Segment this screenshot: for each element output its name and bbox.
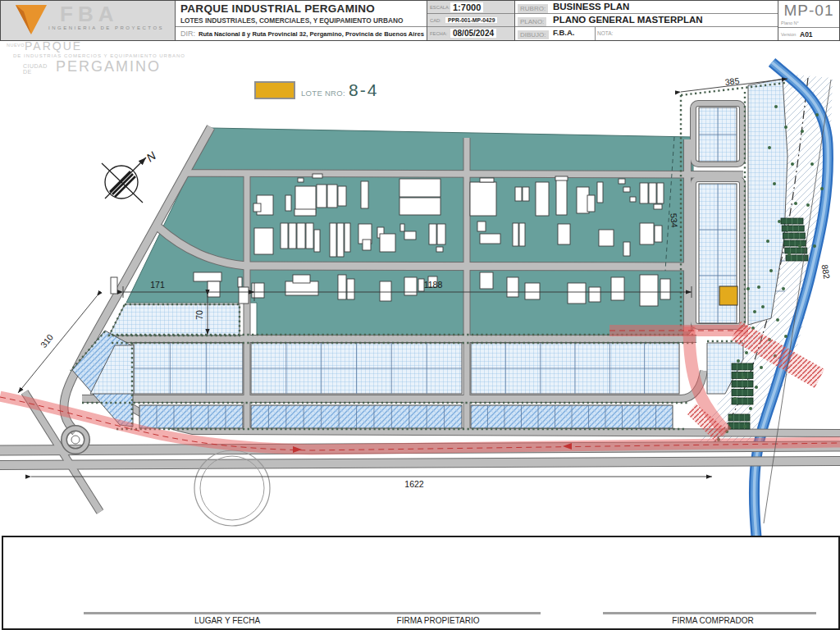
building-footprint bbox=[437, 224, 445, 244]
building-footprint bbox=[558, 224, 570, 244]
building-footprint bbox=[404, 231, 416, 240]
building-footprint bbox=[293, 275, 310, 283]
building-footprint bbox=[254, 228, 273, 254]
building-footprint bbox=[630, 197, 636, 202]
fecha-label: FECHA: bbox=[430, 31, 447, 36]
building-footprint bbox=[380, 234, 395, 252]
tree-dot bbox=[742, 376, 745, 379]
dim-1188: 1188 bbox=[424, 280, 443, 290]
tree-dot bbox=[737, 359, 740, 363]
building-footprint bbox=[640, 183, 648, 203]
highlighted-lot-8-4 bbox=[719, 286, 737, 305]
building-footprint bbox=[345, 223, 350, 252]
fba-ghost-text: FBA bbox=[60, 2, 118, 27]
building-footprint bbox=[239, 287, 249, 304]
tree-dot bbox=[806, 203, 810, 207]
building-footprint bbox=[657, 183, 664, 203]
building-footprint bbox=[252, 283, 264, 298]
dim-310: 310 bbox=[39, 332, 55, 349]
tree-dot bbox=[784, 335, 788, 338]
version-label: Version bbox=[781, 32, 796, 37]
building-footprint bbox=[285, 281, 318, 295]
building-footprint bbox=[480, 234, 500, 244]
building-footprint bbox=[111, 277, 117, 294]
dim-882: 882 bbox=[820, 264, 833, 280]
building-footprint bbox=[597, 182, 603, 203]
building-footprint bbox=[655, 226, 662, 242]
sign-label-firma-propietario: FIRMA PROPIETARIO bbox=[397, 616, 480, 625]
fecha-value: 08/05/2024 bbox=[450, 29, 496, 38]
building-footprint bbox=[289, 223, 296, 249]
tree-dot bbox=[788, 253, 791, 256]
building-footprint bbox=[525, 283, 540, 299]
building-footprint bbox=[536, 182, 549, 216]
tree-dot bbox=[774, 105, 778, 108]
tree-dot bbox=[766, 240, 769, 243]
building-footprint bbox=[519, 223, 525, 246]
tree-dot bbox=[784, 126, 788, 129]
signature-line-propietario bbox=[334, 612, 541, 614]
plano-value: PLANO GENERAL MASTERPLAN bbox=[553, 15, 703, 25]
building-footprint bbox=[654, 204, 662, 209]
tree-dot bbox=[749, 407, 752, 410]
title-cell: PARQUE INDUSTRIAL PERGAMINO LOTES INDUST… bbox=[176, 1, 427, 40]
building-footprint bbox=[327, 185, 337, 208]
tree-dot bbox=[746, 287, 750, 290]
building-footprint bbox=[480, 272, 493, 289]
building-footprint bbox=[347, 279, 354, 299]
version-value: A01 bbox=[800, 30, 813, 39]
building-footprint bbox=[623, 242, 630, 256]
sign-label-firma-comprador: FIRMA COMPRADOR bbox=[672, 616, 753, 625]
rubro-value: BUSINESS PLAN bbox=[553, 2, 629, 11]
building-footprint bbox=[194, 272, 221, 281]
tree-dot bbox=[813, 244, 816, 248]
tree-dot bbox=[769, 269, 773, 272]
plano-label: PLANO: bbox=[518, 17, 546, 26]
building-footprint bbox=[649, 183, 656, 203]
tree-dot bbox=[810, 162, 814, 166]
building-footprint bbox=[338, 186, 346, 206]
signature-line-lugar bbox=[84, 612, 368, 614]
tree-dot bbox=[801, 130, 804, 133]
tree-dot bbox=[728, 415, 732, 418]
rubro-label: RUBRO: bbox=[518, 4, 548, 13]
building-footprint bbox=[555, 176, 568, 180]
legend-lot-swatch bbox=[254, 81, 295, 99]
building-footprint bbox=[477, 221, 486, 231]
building-footprint bbox=[640, 223, 654, 244]
dir-label: DIR: bbox=[180, 30, 195, 38]
building-footprint bbox=[523, 187, 529, 201]
building-footprint bbox=[363, 240, 371, 250]
building-footprint bbox=[314, 230, 320, 252]
legend-label: LOTE NRO: bbox=[301, 89, 345, 98]
sheet-subtitle: LOTES INDUSTRIALES, COMERCIALES, Y EQUIP… bbox=[180, 16, 403, 25]
building-footprint bbox=[361, 181, 368, 208]
building-footprint bbox=[330, 223, 336, 257]
plan-info-cell: RUBRO: BUSINESS PLAN PLANO: PLANO GENERA… bbox=[515, 1, 778, 40]
building-footprint bbox=[507, 277, 518, 297]
north-label: N bbox=[144, 148, 158, 164]
sheet-number-label: Plano N° bbox=[781, 21, 799, 25]
building-footprint bbox=[238, 277, 242, 287]
building-footprint bbox=[611, 277, 624, 300]
building-footprint bbox=[380, 281, 391, 301]
tree-dot bbox=[794, 202, 797, 205]
tree-dot bbox=[755, 386, 758, 389]
tree-dot bbox=[761, 305, 765, 308]
building-footprint bbox=[640, 275, 658, 306]
building-footprint bbox=[253, 203, 261, 212]
building-footprint bbox=[281, 223, 288, 249]
title-block: FBA INGENIERIA DE PROYECTOS PARQUE INDUS… bbox=[0, 0, 840, 41]
building-footprint bbox=[470, 182, 496, 216]
building-footprint bbox=[480, 178, 494, 182]
fba-tagline: INGENIERIA DE PROYECTOS bbox=[48, 25, 164, 30]
building-footprint bbox=[587, 195, 595, 212]
tree-dot bbox=[778, 220, 781, 223]
building-footprint bbox=[623, 187, 630, 192]
building-footprint bbox=[599, 230, 614, 246]
fba-logo-icon bbox=[14, 3, 48, 36]
nota-label: NOTA: bbox=[597, 30, 613, 36]
tree-dot bbox=[791, 162, 794, 166]
signature-line-comprador bbox=[603, 612, 816, 614]
dibujo-label: DIBUJO: bbox=[518, 30, 549, 39]
